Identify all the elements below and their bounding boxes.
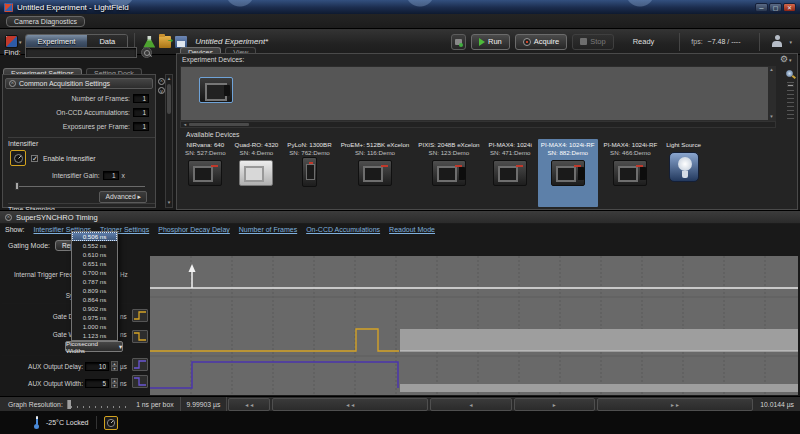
minimize-button[interactable]: ─ (755, 3, 768, 12)
device-card-proem[interactable]: ProEM+: 512BK eXcelon SN: 116:Demo (338, 139, 413, 207)
number-of-frames-input[interactable] (133, 94, 149, 103)
gear-icon[interactable]: ⚙ (780, 55, 788, 64)
scroll-left-icon[interactable]: ◄ (181, 122, 189, 127)
scroll-up-icon[interactable]: ▲ (769, 66, 773, 74)
pan-far-left-button[interactable]: ◄◄ (228, 398, 270, 411)
link-on-ccd-accumulations[interactable]: On-CCD Accumulations (306, 226, 380, 233)
settings-scrollbar[interactable]: ▲ ▼ (165, 74, 173, 208)
readout-region (400, 329, 798, 351)
on-ccd-accumulations-input[interactable] (133, 108, 149, 117)
experiment-device-camera-icon[interactable] (199, 77, 233, 103)
aux-output-width-stepper[interactable]: ▲▼ (111, 378, 118, 388)
dropdown-option-selected[interactable]: 0.506 ns (72, 232, 117, 241)
acquire-button[interactable]: Acquire (515, 34, 567, 50)
experiment-devices-canvas[interactable] (180, 66, 776, 121)
find-input[interactable] (25, 47, 137, 58)
scroll-down-icon[interactable]: ▼ (166, 199, 172, 207)
link-number-of-frames[interactable]: Number of Frames (239, 226, 297, 233)
preview-button[interactable] (451, 34, 466, 50)
advanced-arrow-icon: ▸ (136, 193, 141, 200)
link-phosphor-decay-delay[interactable]: Phosphor Decay Delay (158, 226, 230, 233)
scroll-down-icon[interactable]: ▼ (769, 113, 773, 121)
experiment-devices-label: Experiment Devices: (182, 56, 244, 63)
scrollbar-thumb[interactable] (189, 123, 249, 126)
stop-icon (580, 38, 587, 45)
device-card-quadro[interactable]: Quad-RO: 4320 SN: 4:Demo (232, 139, 282, 207)
canvas-zoom-slider[interactable] (787, 82, 794, 122)
canvas-horizontal-scrollbar[interactable]: ◄ (180, 121, 776, 128)
readout-region (400, 384, 798, 392)
intensifier-gain-input[interactable] (103, 171, 119, 180)
pan-left-button[interactable]: ◄ (430, 398, 511, 411)
slider-handle[interactable] (68, 400, 71, 409)
collapse-icon[interactable]: ^ (5, 214, 12, 221)
intensifier-gain-slider[interactable] (15, 186, 145, 187)
link-readout-mode[interactable]: Readout Mode (389, 226, 435, 233)
gear-menu-arrow-icon[interactable]: ▾ (789, 57, 792, 63)
device-card-pimax4-1024i-rf-selected[interactable]: PI-MAX4: 1024i-RF SN: 882:Demo (538, 139, 598, 207)
experiment-tool-icon[interactable] (143, 36, 155, 48)
stop-button[interactable]: Stop (572, 34, 613, 50)
search-icon[interactable] (141, 47, 152, 58)
status-bar: -25°C Locked (0, 411, 800, 434)
picosecond-widths-button[interactable]: Picosecond Widths▾ (65, 341, 123, 352)
graph-resolution-slider[interactable] (67, 400, 130, 409)
device-card-pimax4-1024i[interactable]: PI-MAX4: 1024i SN: 471:Demo (486, 139, 535, 207)
zoom-slider-handle[interactable] (787, 84, 794, 87)
scrollbar-thumb[interactable] (167, 84, 171, 114)
advanced-button[interactable]: Advanced ▸ (99, 191, 147, 203)
show-links-row: Show: Intensifier Settings Trigger Setti… (5, 226, 435, 233)
dropdown-option[interactable]: 0.610 ns (72, 250, 117, 259)
dropdown-option[interactable]: 0.651 ns (72, 259, 117, 268)
dropdown-option[interactable]: 0.902 ns (72, 304, 117, 313)
dropdown-option[interactable]: 1.000 ns (72, 322, 117, 331)
scroll-up-icon[interactable]: ▲ (166, 75, 172, 83)
user-menu-arrow-icon[interactable]: ▾ (789, 39, 792, 45)
collapse-all-icon[interactable]: v (158, 87, 165, 94)
canvas-vertical-scrollbar[interactable]: ▲ ▼ (768, 66, 775, 121)
collapse-icon[interactable]: ^ (9, 80, 16, 87)
menubar: Camera Diagnostics (0, 14, 800, 29)
device-card-pylon[interactable]: PyLoN: 1300BR SN: 762:Demo (284, 139, 334, 207)
common-acquisition-header[interactable]: ^ Common Acquisition Settings (5, 78, 153, 89)
fps-value: ~7.48 / ---- (708, 38, 741, 45)
exposures-per-frame-label: Exposures per Frame: (63, 123, 130, 130)
camera-icon (432, 160, 466, 186)
dropdown-option[interactable]: 0.809 ns (72, 286, 117, 295)
user-icon[interactable] (771, 35, 783, 48)
device-card-pimax4-1024i-rf[interactable]: PI-MAX4: 1024i-RF SN: 466:Demo (601, 139, 661, 207)
pan-page-right-button[interactable]: ►► (597, 398, 753, 411)
picosecond-widths-dropdown-list: 0.506 ns 0.552 ns 0.610 ns 0.651 ns 0.70… (71, 231, 118, 341)
intensifier-icon (10, 150, 26, 166)
supersynchro-header[interactable]: ^ SuperSYNCHRO Timing (0, 210, 800, 224)
dropdown-option[interactable]: 0.552 ns (72, 241, 117, 250)
on-ccd-accumulations-label: On-CCD Accumulations: (56, 109, 130, 116)
device-card-nirvana[interactable]: NIRvana: 640 SN: 527:Demo (182, 139, 229, 207)
dropdown-option[interactable]: 0.700 ns (72, 268, 117, 277)
camera-diagnostics-button[interactable]: Camera Diagnostics (6, 16, 85, 27)
acquire-icon (523, 38, 531, 46)
open-experiment-icon[interactable] (159, 36, 171, 48)
maximize-button[interactable]: ▢ (769, 3, 782, 12)
device-card-light-source[interactable]: Light Source (663, 139, 704, 207)
aux-output-delay-stepper[interactable]: ▲▼ (111, 361, 118, 371)
dropdown-option[interactable]: 0.975 ns (72, 313, 117, 322)
application-menu-arrow-icon[interactable]: ▾ (19, 39, 22, 45)
pan-right-button[interactable]: ► (514, 398, 595, 411)
pan-page-left-button[interactable]: ◄◄ (272, 398, 428, 411)
intensifier-status-icon[interactable] (104, 416, 118, 430)
close-button[interactable]: ✕ (783, 3, 796, 12)
gate-width-falling-edge-icon (132, 330, 148, 343)
slider-handle[interactable] (15, 182, 19, 190)
time-window-start: 9.99903 µs (180, 397, 228, 412)
run-button[interactable]: Run (471, 34, 510, 50)
expand-all-icon[interactable]: ^ (158, 78, 165, 85)
dropdown-option[interactable]: 0.787 ns (72, 277, 117, 286)
enable-intensifier-checkbox[interactable]: ✓ (31, 155, 38, 162)
dropdown-option[interactable]: 0.864 ns (72, 295, 117, 304)
aux-output-width-input[interactable] (85, 379, 109, 388)
aux-output-delay-input[interactable] (85, 362, 109, 371)
toolbar-separator (759, 33, 760, 51)
exposures-per-frame-input[interactable] (133, 122, 149, 131)
device-card-pixis[interactable]: PIXIS: 2048B eXcelon SN: 123:Demo (415, 139, 482, 207)
